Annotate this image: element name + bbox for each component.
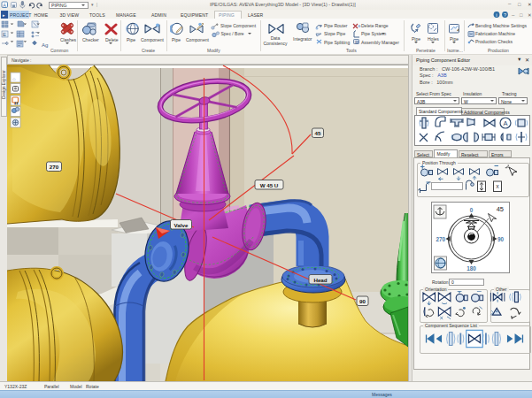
- svg-text:Head: Head: [313, 277, 327, 283]
- svg-text:?: ?: [504, 12, 506, 18]
- svg-text:45: 45: [315, 130, 321, 136]
- svg-text:E: E: [3, 32, 6, 37]
- svg-text:□: □: [520, 12, 523, 18]
- svg-text:45: 45: [497, 205, 504, 213]
- svg-text:270: 270: [436, 236, 445, 242]
- svg-text:⌂: ⌂: [12, 76, 16, 81]
- svg-text:90: 90: [497, 236, 505, 242]
- svg-text:A: A: [503, 119, 507, 127]
- svg-text:Ag: Ag: [42, 42, 48, 48]
- svg-text:0: 0: [470, 207, 474, 213]
- svg-text:x: x: [496, 183, 499, 189]
- svg-text:✕: ✕: [528, 12, 532, 18]
- svg-text:▮▮: ▮▮: [14, 101, 18, 105]
- svg-text:90: 90: [359, 298, 366, 304]
- svg-text:W 45 U: W 45 U: [260, 182, 279, 188]
- svg-text:i: i: [496, 12, 497, 18]
- svg-text:A: A: [3, 3, 6, 8]
- svg-text:▤: ▤: [355, 40, 359, 44]
- svg-text:Valve: Valve: [174, 222, 189, 228]
- svg-text:–: –: [512, 12, 515, 18]
- svg-text:270: 270: [50, 164, 59, 170]
- svg-text:180: 180: [466, 265, 476, 272]
